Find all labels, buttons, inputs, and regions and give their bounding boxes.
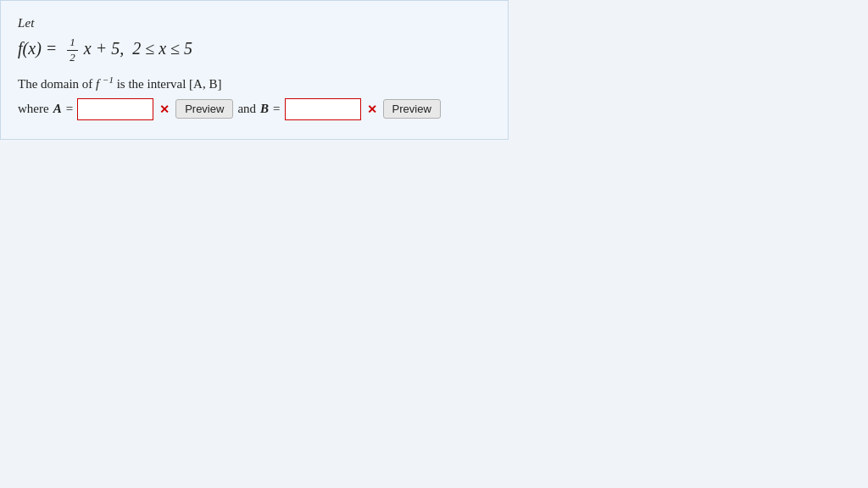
f-inverse: f −1 xyxy=(96,77,114,91)
function-line: f(x) = 1 2 x + 5, 2 ≤ x ≤ 5 xyxy=(18,36,491,65)
A-preview-button[interactable]: Preview xyxy=(175,99,233,119)
B-input[interactable] xyxy=(285,98,361,120)
A-label: A xyxy=(193,77,203,91)
A-var-label: A xyxy=(53,102,62,116)
A-clear-button[interactable]: ✕ xyxy=(158,103,171,115)
B-label-inline: B xyxy=(209,77,217,91)
problem-container: Let f(x) = 1 2 x + 5, 2 ≤ x ≤ 5 The doma… xyxy=(0,0,509,140)
A-input[interactable] xyxy=(77,98,153,120)
and-label: and xyxy=(237,102,256,116)
function-expression: f(x) = 1 2 x + 5, 2 ≤ x ≤ 5 xyxy=(18,36,192,65)
input-line: where A = ✕ Preview and B = ✕ Preview xyxy=(18,98,491,120)
let-label: Let xyxy=(18,16,491,30)
A-equals: = xyxy=(66,102,73,116)
fraction-half: 1 2 xyxy=(67,36,78,65)
B-var-label: B xyxy=(260,102,269,116)
B-equals: = xyxy=(273,102,280,116)
where-label: where xyxy=(18,102,49,116)
domain-statement: The domain of f −1 is the interval [A, B… xyxy=(18,77,491,92)
B-clear-button[interactable]: ✕ xyxy=(365,103,379,115)
B-preview-button[interactable]: Preview xyxy=(383,99,441,119)
